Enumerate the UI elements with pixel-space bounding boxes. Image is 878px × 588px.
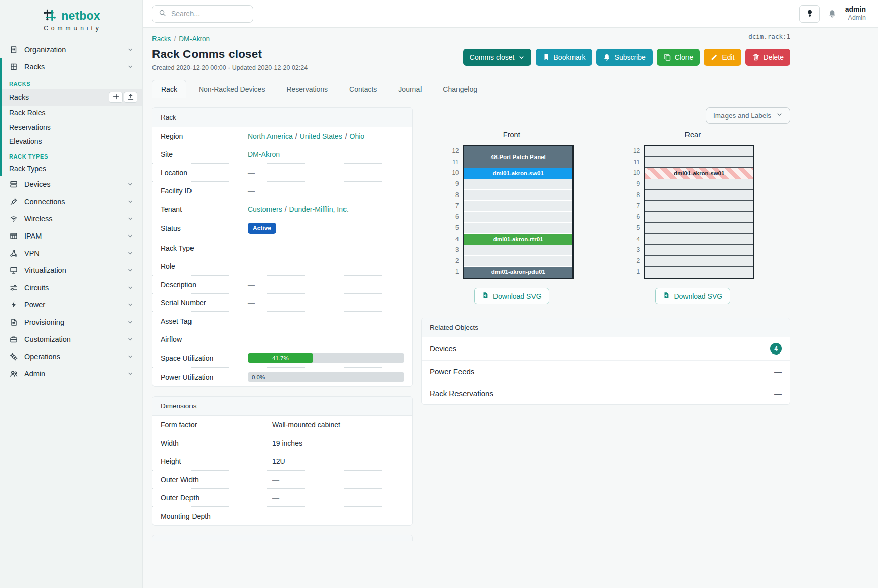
sidebar-item-elevations[interactable]: Elevations (0, 134, 142, 148)
detail-value: — (272, 494, 404, 502)
related-row-devices[interactable]: Devices4 (422, 337, 790, 361)
sidebar-group-wireless[interactable]: Wireless (0, 210, 142, 227)
elevation-view-select[interactable]: Images and Labels (706, 107, 790, 124)
sidebar-item-rack-roles[interactable]: Rack Roles (0, 106, 142, 120)
rack-empty-unit[interactable] (645, 234, 753, 245)
sidebar-group-customization[interactable]: Customization (0, 331, 142, 348)
rack-empty-unit[interactable] (464, 190, 572, 201)
detail-row-width: Width19 inches (152, 434, 412, 452)
tab-contacts[interactable]: Contacts (340, 80, 386, 98)
empty-value-dash: — (248, 169, 255, 177)
rack-empty-unit[interactable] (645, 212, 753, 223)
chevron-down-icon (127, 267, 133, 273)
rack-empty-unit[interactable] (464, 245, 572, 256)
detail-value: Customers/Dunder-Mifflin, Inc. (248, 205, 404, 213)
search-box[interactable] (152, 5, 253, 23)
empty-value-dash: — (272, 494, 279, 502)
rack-device-dmi01-akron-pdu01[interactable]: dmi01-akron-pdu01 (464, 267, 572, 278)
sidebar-group-admin[interactable]: Admin (0, 365, 142, 382)
value-link[interactable]: DM-Akron (248, 150, 280, 159)
rack-empty-unit[interactable] (645, 179, 753, 190)
value-link[interactable]: North America (248, 132, 293, 140)
rack-empty-unit[interactable] (645, 190, 753, 201)
add-rack-button[interactable] (109, 92, 123, 103)
sidebar-group-operations[interactable]: Operations (0, 348, 142, 365)
value-link[interactable]: United States (300, 132, 342, 140)
unit-number: 7 (631, 201, 640, 212)
utilization-bar: 0.0% (248, 372, 404, 382)
netbox-logo-icon (42, 8, 57, 24)
sidebar-item-rack-types[interactable]: Rack Types (0, 162, 142, 176)
tab-non-racked-devices[interactable]: Non-Racked Devices (189, 80, 275, 98)
sidebar-group-label: Operations (24, 352, 60, 361)
theme-toggle-button[interactable] (799, 5, 820, 23)
rack-empty-unit[interactable] (645, 267, 753, 278)
tab-rack[interactable]: Rack (152, 80, 186, 98)
tab-journal[interactable]: Journal (389, 80, 431, 98)
rack-empty-unit[interactable] (464, 256, 572, 267)
delete-button[interactable]: Delete (745, 49, 790, 66)
tab-reservations[interactable]: Reservations (277, 80, 337, 98)
rack-empty-unit[interactable] (645, 223, 753, 234)
clone-button[interactable]: Clone (657, 49, 700, 66)
file-download-icon (663, 292, 670, 300)
detail-label: Region (161, 132, 248, 140)
sidebar-nav: OrganizationRacksRACKSRacksRack RolesRes… (0, 41, 142, 382)
user-menu[interactable]: admin Admin (845, 5, 866, 22)
related-row-power-feeds[interactable]: Power Feeds— (422, 361, 790, 382)
sidebar-group-racks[interactable]: Racks (0, 58, 142, 75)
elevation-view-label: Images and Labels (713, 112, 771, 120)
front-unit-numbers: 121110987654321 (450, 145, 459, 278)
sidebar-item-reservations[interactable]: Reservations (0, 120, 142, 134)
detail-value: — (248, 299, 404, 307)
breadcrumb-link[interactable]: Racks (152, 35, 171, 43)
sidebar-item-label: Racks (9, 93, 29, 101)
rack-empty-unit[interactable] (645, 245, 753, 256)
empty-value-dash: — (248, 187, 255, 195)
value-link[interactable]: Dunder-Mifflin, Inc. (289, 205, 349, 213)
sidebar-group-vpn[interactable]: VPN (0, 245, 142, 262)
rack-empty-unit[interactable] (645, 146, 753, 157)
rack-empty-unit[interactable] (464, 201, 572, 212)
sidebar-group-connections[interactable]: Connections (0, 193, 142, 210)
comms-closet-button[interactable]: Comms closet (463, 49, 531, 66)
value-link[interactable]: Customers (248, 205, 282, 213)
chevron-down-icon (127, 302, 133, 308)
sidebar-group-label: Racks (24, 63, 45, 71)
rack-empty-unit[interactable] (645, 201, 753, 212)
rack-device-dmi01-akron-sw01[interactable]: dmi01-akron-sw01 (645, 168, 753, 179)
related-row-rack-reservations[interactable]: Rack Reservations— (422, 382, 790, 404)
breadcrumb: Racks/DM-Akron (152, 35, 798, 43)
rack-empty-unit[interactable] (464, 223, 572, 234)
sidebar-group-virtualization[interactable]: Virtualization (0, 262, 142, 279)
rack-device-48-port-patch-panel[interactable]: 48-Port Patch Panel (464, 146, 572, 168)
sidebar-group-devices[interactable]: Devices (0, 176, 142, 193)
rack-empty-unit[interactable] (645, 157, 753, 168)
sidebar-group-provisioning[interactable]: Provisioning (0, 313, 142, 331)
edit-button[interactable]: Edit (704, 49, 741, 66)
sidebar-group-organization[interactable]: Organization (0, 41, 142, 58)
sidebar-group-power[interactable]: Power (0, 296, 142, 313)
detail-row-outer-width: Outer Width— (152, 471, 412, 489)
rack-empty-unit[interactable] (645, 256, 753, 267)
detail-value: 0.0% (248, 372, 404, 382)
tab-changelog[interactable]: Changelog (434, 80, 486, 98)
sidebar-group-circuits[interactable]: Circuits (0, 279, 142, 296)
sidebar-group-ipam[interactable]: IPAM (0, 227, 142, 245)
brand-logo[interactable]: netbox Community (0, 0, 142, 37)
notifications-bell-icon[interactable] (828, 9, 837, 18)
breadcrumb-link[interactable]: DM-Akron (179, 35, 210, 43)
rear-download-svg-button[interactable]: Download SVG (655, 288, 730, 304)
rack-device-dmi01-akron-rtr01[interactable]: dmi01-akron-rtr01 (464, 234, 572, 245)
sidebar-item-racks[interactable]: Racks (0, 89, 142, 106)
search-input[interactable] (171, 10, 247, 18)
value-link[interactable]: Ohio (350, 132, 365, 140)
subscribe-button[interactable]: Subscribe (596, 49, 653, 66)
import-racks-button[interactable] (124, 92, 137, 103)
bookmark-button[interactable]: Bookmark (536, 49, 592, 66)
rack-empty-unit[interactable] (464, 179, 572, 190)
bell-icon (603, 53, 611, 61)
rack-empty-unit[interactable] (464, 212, 572, 223)
rack-device-dmi01-akron-sw01[interactable]: dmi01-akron-sw01 (464, 168, 572, 179)
front-download-svg-button[interactable]: Download SVG (474, 288, 549, 304)
